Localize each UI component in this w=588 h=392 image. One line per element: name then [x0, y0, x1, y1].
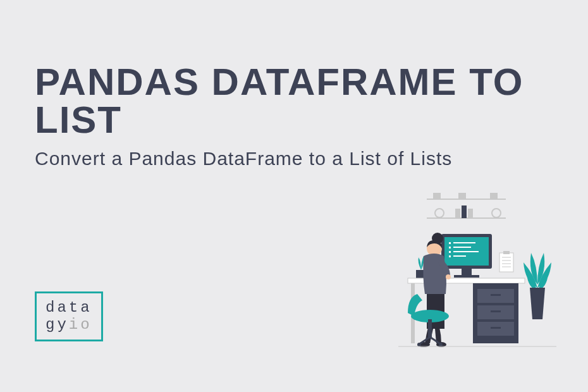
svg-rect-22: [499, 253, 513, 272]
svg-rect-4: [490, 193, 498, 199]
svg-rect-2: [433, 193, 441, 199]
logo-line2-right: io: [69, 316, 92, 333]
svg-point-9: [492, 209, 501, 217]
svg-rect-6: [455, 209, 460, 218]
svg-rect-16: [449, 251, 451, 253]
logo-line2-left: gy: [46, 316, 69, 333]
svg-rect-32: [491, 294, 501, 296]
svg-rect-20: [462, 269, 472, 275]
svg-rect-15: [453, 247, 471, 248]
svg-rect-12: [449, 242, 451, 244]
logo: data gyio: [35, 291, 103, 341]
svg-rect-14: [449, 247, 451, 248]
logo-line1: data: [46, 299, 92, 316]
svg-rect-21: [454, 275, 479, 278]
svg-point-48: [417, 343, 421, 346]
svg-point-40: [446, 274, 451, 279]
page-subtitle: Convert a Pandas DataFrame to a List of …: [35, 145, 477, 172]
svg-rect-17: [453, 251, 479, 252]
workspace-illustration: [348, 193, 556, 370]
svg-rect-45: [428, 319, 432, 338]
svg-rect-23: [503, 251, 510, 254]
page-title: PANDAS DATAFRAME TO LIST: [35, 63, 553, 139]
svg-rect-36: [491, 327, 501, 329]
svg-rect-34: [491, 310, 501, 312]
svg-rect-7: [462, 205, 467, 218]
svg-rect-18: [449, 255, 451, 257]
svg-rect-13: [453, 242, 475, 243]
svg-rect-3: [458, 193, 466, 199]
svg-rect-8: [468, 209, 473, 218]
svg-point-49: [439, 343, 443, 346]
svg-rect-19: [453, 255, 466, 257]
svg-point-5: [435, 209, 444, 217]
